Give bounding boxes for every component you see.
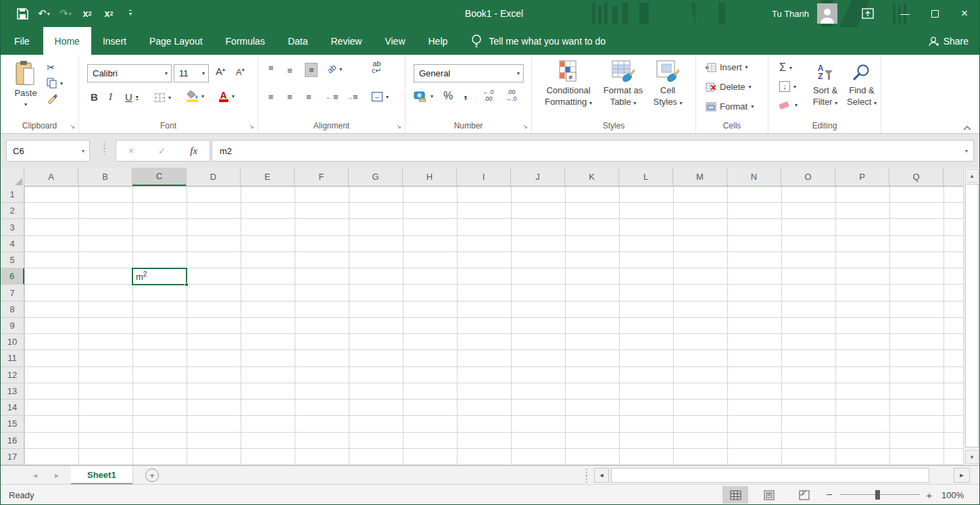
row-header-15[interactable]: 15 bbox=[1, 416, 24, 432]
row-cells[interactable] bbox=[24, 334, 964, 350]
row-header-7[interactable]: 7 bbox=[1, 285, 24, 301]
dropdown-arrow-icon[interactable]: ▾ bbox=[165, 70, 168, 76]
increase-indent-button[interactable]: →≡ bbox=[346, 92, 358, 102]
row-cells[interactable] bbox=[24, 433, 964, 449]
decrease-indent-button[interactable]: ←≡ bbox=[326, 92, 339, 102]
clear-button[interactable]: ▾ bbox=[779, 102, 798, 108]
dropdown-arrow-icon[interactable]: ▾ bbox=[24, 99, 27, 110]
column-header-H[interactable]: H bbox=[403, 168, 457, 186]
new-sheet-button[interactable]: + bbox=[145, 468, 159, 482]
zoom-out-button[interactable]: − bbox=[823, 485, 836, 505]
dropdown-arrow-icon[interactable]: ▾ bbox=[136, 94, 139, 100]
share-button[interactable]: Share bbox=[928, 27, 969, 55]
font-size-combo[interactable]: 11▾ bbox=[174, 64, 209, 82]
column-header-Q[interactable]: Q bbox=[889, 168, 944, 186]
percent-style-button[interactable]: % bbox=[443, 90, 453, 102]
row-cells[interactable] bbox=[24, 302, 964, 318]
normal-view-button[interactable] bbox=[722, 486, 748, 504]
select-all-button[interactable] bbox=[1, 168, 24, 187]
row-header-8[interactable]: 8 bbox=[1, 302, 24, 318]
column-header-K[interactable]: K bbox=[565, 168, 619, 186]
row-header-13[interactable]: 13 bbox=[1, 383, 24, 400]
scroll-down-button[interactable]: ▼ bbox=[965, 450, 979, 464]
row-header-11[interactable]: 11 bbox=[1, 350, 24, 366]
row-cells[interactable] bbox=[24, 219, 964, 235]
dropdown-arrow-icon[interactable]: ▾ bbox=[431, 93, 433, 99]
top-align-button[interactable]: ≡ bbox=[268, 63, 273, 73]
save-button[interactable] bbox=[14, 4, 31, 23]
column-header-I[interactable]: I bbox=[457, 168, 511, 186]
scroll-up-button[interactable]: ▲ bbox=[965, 169, 979, 183]
column-header-M[interactable]: M bbox=[673, 168, 727, 186]
row-header-16[interactable]: 16 bbox=[1, 433, 24, 449]
column-header-L[interactable]: L bbox=[619, 168, 673, 186]
row-cells[interactable] bbox=[24, 367, 964, 383]
row-cells[interactable] bbox=[24, 416, 964, 432]
insert-function-button[interactable]: fx bbox=[190, 145, 197, 157]
maximize-button[interactable] bbox=[920, 0, 950, 27]
align-center-button[interactable]: ≡ bbox=[287, 92, 292, 102]
zoom-slider-thumb[interactable] bbox=[875, 490, 880, 500]
dropdown-arrow-icon[interactable]: ▾ bbox=[749, 84, 752, 90]
decrease-decimal-button[interactable]: .00 →.0 bbox=[506, 89, 517, 102]
column-header-F[interactable]: F bbox=[295, 168, 349, 186]
number-format-combo[interactable]: General▾ bbox=[414, 64, 524, 82]
page-layout-view-button[interactable] bbox=[756, 486, 782, 504]
conditional-formatting-button[interactable]: ≠ Conditional Formatting ▾ bbox=[537, 60, 599, 109]
user-name[interactable]: Tu Thanh bbox=[772, 9, 809, 19]
row-cells[interactable] bbox=[24, 203, 964, 219]
shrink-font-button[interactable]: A▾ bbox=[236, 67, 245, 77]
column-header-J[interactable]: J bbox=[511, 168, 565, 186]
bottom-align-button[interactable]: ≡ bbox=[305, 63, 318, 77]
column-header-O[interactable]: O bbox=[781, 168, 835, 186]
tab-help[interactable]: Help bbox=[417, 27, 460, 55]
comma-style-button[interactable]: , bbox=[464, 86, 468, 101]
row-cells[interactable] bbox=[24, 449, 964, 465]
hscroll-left-button[interactable]: ◄ bbox=[594, 468, 609, 483]
row-header-17[interactable]: 17 bbox=[1, 449, 24, 465]
zoom-slider-track[interactable] bbox=[840, 494, 920, 495]
tab-page-layout[interactable]: Page Layout bbox=[138, 27, 214, 55]
accounting-format-button[interactable]: ▾ bbox=[414, 91, 433, 102]
format-cells-button[interactable]: Format▾ bbox=[706, 101, 754, 112]
ribbon-display-options-button[interactable] bbox=[858, 0, 878, 27]
row-header-2[interactable]: 2 bbox=[1, 203, 24, 219]
formula-bar-splitter[interactable]: ⋮⋮ bbox=[100, 142, 109, 154]
autosum-button[interactable]: Σ▾ bbox=[779, 62, 792, 74]
row-cells[interactable] bbox=[24, 350, 964, 366]
sheet-nav-next[interactable]: ► bbox=[53, 466, 60, 485]
tab-view[interactable]: View bbox=[373, 27, 416, 55]
zoom-in-button[interactable]: + bbox=[923, 485, 936, 505]
worksheet-grid[interactable]: ABCDEFGHIJKLMNOPQ 1234567891011121314151… bbox=[1, 168, 964, 465]
dropdown-arrow-icon[interactable]: ▾ bbox=[386, 94, 389, 100]
tell-me-box[interactable]: Tell me what you want to do bbox=[471, 27, 606, 55]
fill-handle[interactable] bbox=[185, 283, 189, 287]
dropdown-arrow-icon[interactable]: ▾ bbox=[517, 70, 520, 76]
cut-button[interactable]: ✂ bbox=[47, 62, 55, 74]
dropdown-arrow-icon[interactable]: ▾ bbox=[751, 103, 754, 110]
format-painter-button[interactable] bbox=[47, 94, 57, 105]
page-break-view-button[interactable] bbox=[791, 486, 817, 504]
dropdown-arrow-icon[interactable]: ▾ bbox=[201, 93, 204, 99]
paste-button[interactable]: Paste ▾ bbox=[9, 60, 43, 110]
enter-button[interactable]: ✓ bbox=[158, 145, 166, 156]
expand-formula-bar-icon[interactable]: ▾ bbox=[965, 148, 968, 154]
dropdown-arrow-icon[interactable]: ▾ bbox=[232, 93, 235, 99]
row-header-9[interactable]: 9 bbox=[1, 318, 24, 334]
customize-qat-button[interactable]: ▾ bbox=[122, 4, 139, 23]
grow-font-button[interactable]: A▴ bbox=[216, 66, 225, 77]
row-header-4[interactable]: 4 bbox=[1, 236, 24, 252]
selected-cell[interactable]: m2 bbox=[132, 268, 187, 285]
dropdown-arrow-icon[interactable]: ▾ bbox=[202, 70, 205, 76]
redo-button[interactable]: ↷▾ bbox=[57, 4, 74, 23]
increase-decimal-button[interactable]: ←.0 .00 bbox=[483, 89, 494, 102]
dropdown-arrow-icon[interactable]: ▾ bbox=[82, 148, 84, 154]
wrap-text-button[interactable]: ab c↵ bbox=[372, 60, 382, 74]
hscroll-right-button[interactable]: ► bbox=[954, 468, 970, 483]
italic-button[interactable]: I bbox=[109, 91, 112, 103]
dialog-launcher-icon[interactable]: ↘ bbox=[396, 123, 401, 130]
copy-button[interactable]: ▾ bbox=[47, 78, 63, 89]
row-cells[interactable] bbox=[24, 383, 964, 400]
dropdown-arrow-icon[interactable]: ▾ bbox=[60, 80, 63, 87]
underline-button[interactable]: U▾ bbox=[125, 91, 139, 103]
